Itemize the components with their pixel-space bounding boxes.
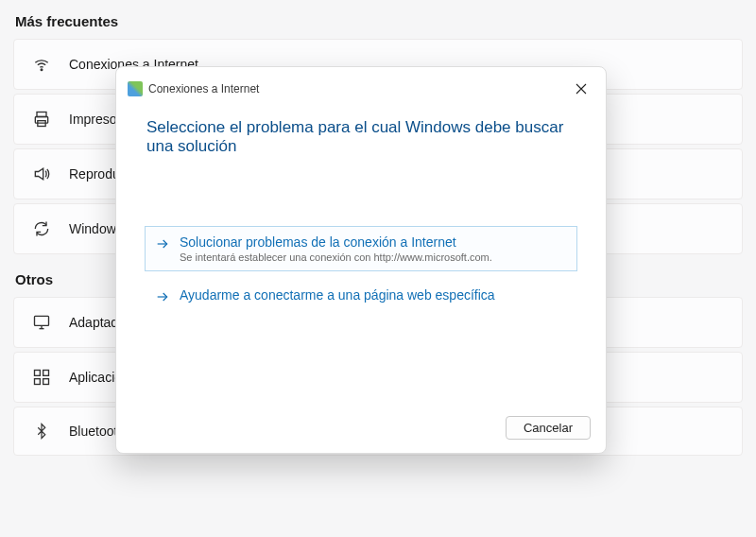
troubleshooter-dialog: Conexiones a Internet Seleccione el prob… [115, 66, 607, 454]
arrow-icon [155, 289, 172, 307]
option-text: Solucionar problemas de la conexión a In… [180, 234, 492, 263]
apps-icon [31, 368, 52, 387]
option-troubleshoot-internet[interactable]: Solucionar problemas de la conexión a In… [145, 226, 577, 271]
bluetooth-icon [31, 423, 52, 440]
svg-point-0 [41, 69, 43, 71]
dialog-footer: Cancelar [116, 407, 606, 453]
monitor-icon [31, 313, 52, 332]
dialog-header: Conexiones a Internet [116, 67, 606, 101]
option-connect-specific-page[interactable]: Ayudarme a conectarme a una página web e… [145, 279, 577, 316]
option-subtitle: Se intentará establecer una conexión con… [180, 251, 492, 263]
sound-icon [31, 165, 52, 183]
option-title: Ayudarme a conectarme a una página web e… [180, 287, 495, 303]
dialog-heading: Seleccione el problema para el cual Wind… [145, 118, 577, 156]
svg-rect-1 [37, 113, 46, 117]
svg-rect-7 [35, 379, 41, 385]
svg-rect-6 [43, 371, 49, 376]
printer-icon [31, 110, 52, 129]
cancel-button[interactable]: Cancelar [506, 416, 591, 440]
wifi-icon [31, 55, 52, 74]
section-title-frequent: Más frecuentes [13, 8, 743, 39]
dialog-app-icon [128, 81, 143, 96]
svg-rect-5 [35, 371, 41, 376]
option-text: Ayudarme a conectarme a una página web e… [180, 287, 495, 303]
close-icon [576, 83, 587, 95]
dialog-title: Conexiones a Internet [148, 82, 566, 95]
close-button[interactable] [566, 77, 596, 101]
option-title: Solucionar problemas de la conexión a In… [180, 234, 492, 251]
arrow-icon [155, 236, 172, 254]
refresh-icon [31, 219, 52, 238]
svg-rect-8 [43, 379, 49, 385]
svg-rect-4 [35, 316, 49, 325]
dialog-body: Seleccione el problema para el cual Wind… [116, 101, 606, 407]
